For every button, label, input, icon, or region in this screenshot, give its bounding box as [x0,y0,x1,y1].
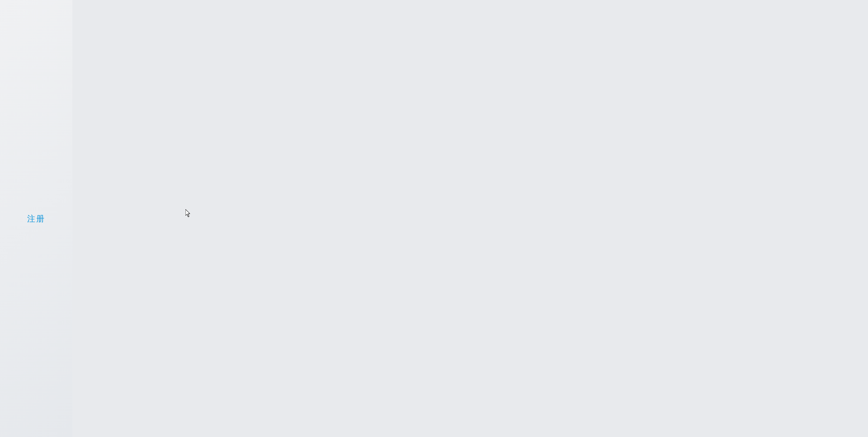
register-label: 注册 [27,213,45,224]
cursor-icon [185,209,192,217]
left-panel: 注册 [0,0,72,437]
